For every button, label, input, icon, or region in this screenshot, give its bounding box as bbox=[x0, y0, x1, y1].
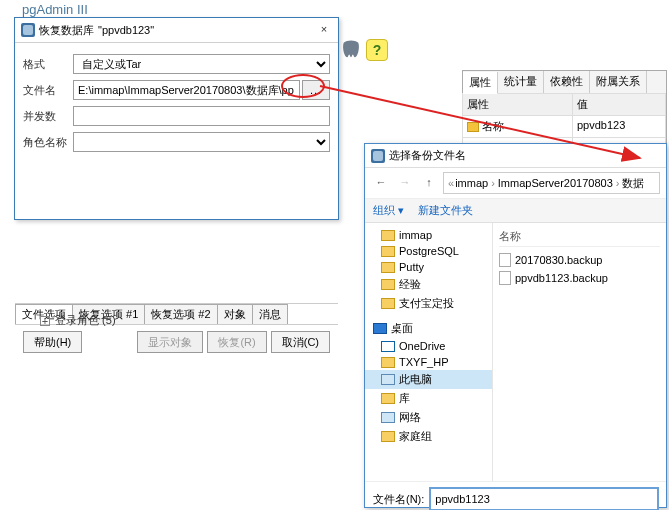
dialog-buttonbar: 帮助(H) 显示对象 恢复(R) 取消(C) bbox=[15, 324, 338, 359]
filename-input[interactable] bbox=[430, 488, 658, 510]
pc-icon bbox=[381, 374, 395, 385]
prop-name-val: ppvdb123 bbox=[572, 115, 666, 138]
pg-logo-icon bbox=[21, 23, 35, 37]
place-this-pc: 此电脑 bbox=[365, 370, 492, 389]
folder-icon bbox=[381, 230, 395, 241]
breadcrumb[interactable]: « immap› ImmapServer20170803› 数据 bbox=[443, 172, 660, 194]
main-toolbar: ? bbox=[340, 35, 400, 65]
new-folder-button[interactable]: 新建文件夹 bbox=[418, 203, 473, 218]
folder-icon bbox=[381, 298, 395, 309]
tab-stats[interactable]: 统计量 bbox=[498, 71, 544, 93]
desktop-icon bbox=[373, 323, 387, 334]
organize-menu[interactable]: 组织 ▾ bbox=[373, 203, 404, 218]
show-objects-button[interactable]: 显示对象 bbox=[137, 331, 203, 353]
expand-icon[interactable]: + bbox=[40, 316, 50, 326]
folder-icon bbox=[381, 279, 395, 290]
filename-input[interactable] bbox=[73, 80, 300, 100]
tab-messages[interactable]: 消息 bbox=[252, 304, 288, 324]
tab-objects[interactable]: 对象 bbox=[217, 304, 253, 324]
chooser-title: 选择备份文件名 bbox=[389, 148, 466, 163]
col-value: 值 bbox=[572, 93, 666, 116]
rolename-label: 角色名称 bbox=[23, 135, 73, 150]
file-icon bbox=[499, 271, 511, 285]
tab-dependents[interactable]: 附属关系 bbox=[590, 71, 647, 93]
place-libraries: 库 bbox=[365, 389, 492, 408]
folder-item: Putty bbox=[365, 259, 492, 275]
file-item[interactable]: ppvdb1123.backup bbox=[499, 269, 660, 287]
folder-icon bbox=[381, 246, 395, 257]
pg-elephant-icon bbox=[340, 39, 362, 61]
place-onedrive: OneDrive bbox=[365, 338, 492, 354]
tab-deps[interactable]: 依赖性 bbox=[544, 71, 590, 93]
format-select[interactable]: 自定义或Tar bbox=[73, 54, 330, 74]
close-icon[interactable]: × bbox=[316, 22, 332, 38]
up-icon[interactable]: ↑ bbox=[419, 173, 439, 193]
file-item[interactable]: 20170830.backup bbox=[499, 251, 660, 269]
file-icon bbox=[499, 253, 511, 267]
file-chooser-dialog: 选择备份文件名 ← → ↑ « immap› ImmapServer201708… bbox=[364, 143, 667, 508]
pg-logo-icon bbox=[371, 149, 385, 163]
help-button[interactable]: 帮助(H) bbox=[23, 331, 82, 353]
place-network: 网络 bbox=[365, 408, 492, 427]
prop-icon bbox=[467, 122, 479, 132]
browse-button[interactable]: ... bbox=[302, 80, 330, 100]
folder-item: 经验 bbox=[365, 275, 492, 294]
back-icon[interactable]: ← bbox=[371, 173, 391, 193]
network-icon bbox=[381, 412, 395, 423]
place-homegroup: 家庭组 bbox=[365, 427, 492, 446]
filename-label: 文件名(N): bbox=[373, 492, 424, 507]
help-icon[interactable]: ? bbox=[366, 39, 388, 61]
file-list[interactable]: 名称 20170830.backup ppvdb1123.backup bbox=[493, 223, 666, 481]
app-title: pgAdmin III bbox=[22, 2, 88, 17]
folder-item: immap bbox=[365, 227, 492, 243]
col-name[interactable]: 名称 bbox=[499, 227, 660, 247]
dialog-titlebar: 恢复数据库 "ppvdb123" × bbox=[15, 18, 338, 43]
tree-item[interactable]: + 登录角色 (5) bbox=[40, 313, 116, 328]
place-desktop: 桌面 bbox=[365, 319, 492, 338]
filename-label: 文件名 bbox=[23, 83, 73, 98]
tab-restore-opt-2[interactable]: 恢复选项 #2 bbox=[144, 304, 217, 324]
cancel-button[interactable]: 取消(C) bbox=[271, 331, 330, 353]
tree-label: 登录角色 (5) bbox=[55, 314, 116, 326]
concurrency-input[interactable] bbox=[73, 106, 330, 126]
folder-icon bbox=[381, 393, 395, 404]
dialog-title-db: "ppvdb123" bbox=[98, 24, 154, 36]
forward-icon[interactable]: → bbox=[395, 173, 415, 193]
format-label: 格式 bbox=[23, 57, 73, 72]
rolename-select[interactable] bbox=[73, 132, 330, 152]
concurrency-label: 并发数 bbox=[23, 109, 73, 124]
dialog-title-prefix: 恢复数据库 bbox=[39, 23, 94, 38]
folder-icon bbox=[381, 262, 395, 273]
folder-icon bbox=[381, 357, 395, 368]
restore-dialog: 恢复数据库 "ppvdb123" × 格式 自定义或Tar 文件名 ... 并发… bbox=[14, 17, 339, 220]
col-property: 属性 bbox=[462, 93, 573, 116]
folder-icon bbox=[381, 431, 395, 442]
folder-item: PostgreSQL bbox=[365, 243, 492, 259]
place-user: TXYF_HP bbox=[365, 354, 492, 370]
folder-item: 支付宝定投 bbox=[365, 294, 492, 313]
restore-button[interactable]: 恢复(R) bbox=[207, 331, 266, 353]
prop-name-key: 名称 bbox=[462, 115, 573, 138]
onedrive-icon bbox=[381, 341, 395, 352]
folder-tree[interactable]: immap PostgreSQL Putty 经验 支付宝定投 桌面 OneDr… bbox=[365, 223, 493, 481]
tab-properties[interactable]: 属性 bbox=[463, 72, 498, 94]
